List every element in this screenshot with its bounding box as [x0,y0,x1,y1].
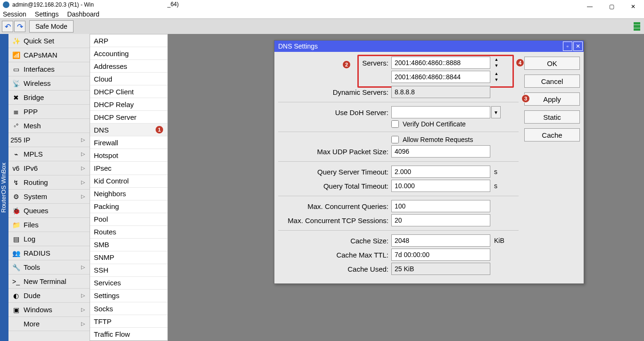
sidebar-item-windows[interactable]: ▣Windows▷ [8,303,90,317]
submenu-item-accounting[interactable]: Accounting [90,47,167,60]
verify-doh-checkbox[interactable] [391,120,399,128]
submenu-item-routes[interactable]: Routes [90,226,167,239]
sidebar-label: IPv6 [24,164,38,172]
submenu-item-socks[interactable]: Socks [90,302,167,315]
dns-settings-window: DNS Settings ▫ ✕ 2 Servers: ▲▼ [274,40,584,284]
sidebar-item-mesh[interactable]: ◦°Mesh [8,119,90,133]
submenu-item-ipsec[interactable]: IPsec [90,162,167,175]
cache-button[interactable]: Cache [524,128,580,141]
cache-max-ttl-input[interactable] [391,249,490,261]
dns-minimize-button[interactable]: ▫ [563,42,572,51]
submenu-item-ssh[interactable]: SSH [90,264,167,277]
submenu-item-firewall[interactable]: Firewall [90,136,167,149]
sidebar-item-interfaces[interactable]: ▭Interfaces [8,62,90,76]
sidebar-item-log[interactable]: ▤Log [8,232,90,246]
chevron-right-icon: ▷ [81,151,85,157]
sidebar-item-system[interactable]: ⚙System▷ [8,190,90,204]
max-udp-input[interactable] [391,145,490,158]
menu-settings[interactable]: Settings [35,10,64,18]
chevron-right-icon: ▷ [81,307,85,313]
submenu-item-hotspot[interactable]: Hotspot [90,149,167,162]
cache-size-label: Cache Size: [278,237,391,245]
server1-spinner[interactable]: ▲▼ [491,57,502,69]
sidebar-item-tools[interactable]: 🔧Tools▷ [8,260,90,274]
cache-size-input[interactable] [391,234,490,247]
sidebar-label: Quick Set [24,37,54,45]
static-button[interactable]: Static [524,110,580,124]
max-queries-input[interactable] [391,200,490,212]
menu-dashboard[interactable]: Dashboard [67,10,104,18]
allow-remote-checkbox[interactable] [391,136,399,143]
marker-3: 3 [521,94,530,103]
submenu-item-arp[interactable]: ARP [90,34,167,47]
submenu-item-cloud[interactable]: Cloud [90,73,167,85]
redo-button[interactable]: ↷ [14,21,25,32]
sidebar-item-quick-set[interactable]: ✨Quick Set [8,34,90,48]
submenu-item-addresses[interactable]: Addresses [90,60,167,73]
ok-button[interactable]: OK [524,57,580,70]
sidebar-item-queues[interactable]: 🐞Queues [8,204,90,218]
use-doh-input[interactable] [391,106,490,118]
query-total-timeout-label: Query Total Timeout: [278,182,391,190]
sidebar-icon: >_ [11,277,21,286]
sidebar-icon: ⌁ [11,150,21,159]
sidebar-item-files[interactable]: 📁Files [8,218,90,232]
sidebar-icon: 👥 [11,249,21,258]
submenu-item-snmp[interactable]: SNMP [90,251,167,264]
submenu-item-packing[interactable]: Packing [90,200,167,213]
undo-button[interactable]: ↶ [2,21,13,32]
submenu-item-smb[interactable]: SMB [90,239,167,251]
query-total-timeout-input[interactable] [391,180,490,192]
marker-2: 2 [342,60,351,69]
sidebar-item-new-terminal[interactable]: >_New Terminal [8,274,90,289]
submenu-item-dns[interactable]: DNS1 [90,124,167,136]
sidebar-item-radius[interactable]: 👥RADIUS [8,246,90,260]
submenu-item-settings[interactable]: Settings [90,290,167,302]
sidebar-label: PPP [24,108,38,116]
submenu-item-kid-control[interactable]: Kid Control [90,175,167,188]
sidebar-icon: ◦° [11,121,21,131]
sidebar-icon: 🔧 [11,263,21,272]
use-doh-dropdown-icon[interactable]: ▼ [491,106,501,118]
title-suffix: _64) [167,1,179,8]
win-minimize-button[interactable]: — [579,0,601,13]
safe-mode-button[interactable]: Safe Mode [29,20,74,33]
sidebar-item-ipv6[interactable]: v6IPv6▷ [8,161,90,175]
submenu-item-pool[interactable]: Pool [90,213,167,226]
max-tcp-input[interactable] [391,214,490,226]
sidebar-item-more[interactable]: More▷ [8,317,90,331]
sidebar-icon: ◐ [11,291,21,300]
menu-session[interactable]: Session [3,10,31,18]
server2-input[interactable] [391,71,490,83]
sidebar-icon: ⚙ [11,192,21,201]
submenu-item-neighbors[interactable]: Neighbors [90,188,167,200]
sidebar-item-routing[interactable]: ↯Routing▷ [8,175,90,190]
sidebar-item-ip[interactable]: 255IP▷ [8,133,90,147]
sidebar-item-bridge[interactable]: ✖Bridge [8,91,90,105]
sidebar-item-ppp[interactable]: ≣PPP [8,105,90,119]
sidebar-item-dude[interactable]: ◐Dude▷ [8,289,90,303]
sidebar-label: RADIUS [24,249,50,257]
apply-button[interactable]: Apply [524,92,580,106]
dns-titlebar[interactable]: DNS Settings ▫ ✕ [274,41,584,52]
sidebar-label: System [24,192,47,200]
dynamic-servers-label: Dynamic Servers: [278,88,391,96]
submenu-item-tftp[interactable]: TFTP [90,315,167,328]
sidebar-label: IP [24,136,30,144]
submenu-item-services[interactable]: Services [90,277,167,290]
server1-input[interactable] [391,57,490,69]
sidebar-item-capsman[interactable]: 📶CAPsMAN [8,48,90,62]
sidebar-item-mpls[interactable]: ⌁MPLS▷ [8,147,90,161]
cancel-button[interactable]: Cancel [524,75,580,88]
sidebar-item-wireless[interactable]: 📡Wireless [8,76,90,91]
chevron-right-icon: ▷ [81,193,85,200]
server2-spinner[interactable]: ▲▼ [491,71,502,83]
submenu-item-dhcp-client[interactable]: DHCP Client [90,85,167,98]
submenu-item-traffic-flow[interactable]: Traffic Flow [90,328,167,341]
win-close-button[interactable]: ✕ [622,0,644,13]
submenu-item-dhcp-relay[interactable]: DHCP Relay [90,98,167,111]
dns-close-button[interactable]: ✕ [573,42,583,51]
win-maximize-button[interactable]: ▢ [601,0,622,13]
submenu-item-dhcp-server[interactable]: DHCP Server [90,111,167,124]
query-server-timeout-input[interactable] [391,166,490,178]
